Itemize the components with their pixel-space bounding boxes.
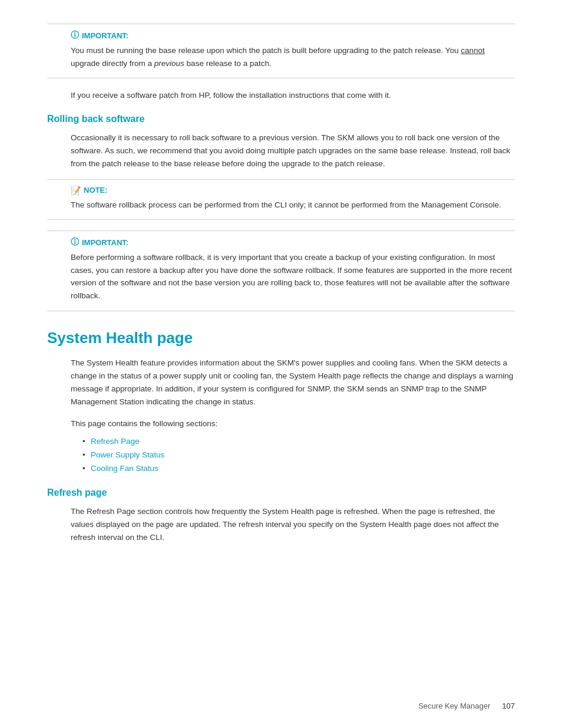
system-health-intro: The System Health feature provides infor… — [71, 357, 515, 409]
note-label-text-1: NOTE: — [84, 186, 107, 195]
rolling-back-heading: Rolling back software — [47, 114, 515, 124]
rolling-back-section: Rolling back software Occasionally it is… — [47, 114, 515, 171]
important-text-2: Before performing a software rollback, i… — [71, 251, 515, 302]
footer-product: Secure Key Manager — [418, 701, 490, 710]
important-label-text-1: IMPORTANT: — [82, 31, 128, 40]
bottom-rule-1 — [47, 78, 515, 78]
list-item-refresh: Refresh Page — [82, 435, 515, 449]
important-label-text-2: IMPORTANT: — [82, 238, 128, 247]
important2-bottom-rule — [47, 311, 515, 311]
top-rule — [47, 24, 515, 24]
important-block-1: ⓘ IMPORTANT: You must be running the bas… — [71, 30, 515, 70]
link-power-supply-status[interactable]: Power Supply Status — [91, 450, 164, 459]
important-icon-2: ⓘ — [71, 237, 79, 248]
list-item-cooling-fan: Cooling Fan Status — [82, 462, 515, 476]
important-text-1: You must be running the base release upo… — [71, 44, 515, 70]
sections-list: Refresh Page Power Supply Status Cooling… — [82, 435, 515, 476]
rolling-back-body: Occasionally it is necessary to roll bac… — [71, 131, 515, 171]
footer-page-number: 107 — [502, 701, 515, 710]
plain-patch-text: If you receive a software patch from HP,… — [71, 89, 515, 102]
link-cooling-fan-status[interactable]: Cooling Fan Status — [91, 464, 158, 473]
important-label-2: ⓘ IMPORTANT: — [71, 237, 515, 248]
note-top-rule — [47, 179, 515, 180]
system-health-heading: System Health page — [47, 329, 515, 347]
note-block-1: 📝 NOTE: The software rollback process ca… — [71, 186, 515, 212]
list-item-power-supply: Power Supply Status — [82, 449, 515, 462]
refresh-page-body: The Refresh Page section controls how fr… — [71, 505, 515, 545]
link-refresh-page[interactable]: Refresh Page — [91, 437, 140, 446]
note-bottom-rule — [47, 219, 515, 220]
note-icon-1: 📝 — [71, 186, 81, 195]
page-footer: Secure Key Manager 107 — [418, 701, 515, 710]
note-label-1: 📝 NOTE: — [71, 186, 515, 195]
note-text-1: The software rollback process can be per… — [71, 199, 515, 212]
important-icon-1: ⓘ — [71, 30, 79, 41]
important-label-1: ⓘ IMPORTANT: — [71, 30, 515, 41]
important2-top-rule — [47, 230, 515, 231]
important-block-2: ⓘ IMPORTANT: Before performing a softwar… — [71, 237, 515, 302]
refresh-page-heading: Refresh page — [47, 487, 515, 498]
sections-intro: This page contains the following section… — [71, 417, 515, 430]
refresh-page-section: Refresh page The Refresh Page section co… — [47, 487, 515, 545]
